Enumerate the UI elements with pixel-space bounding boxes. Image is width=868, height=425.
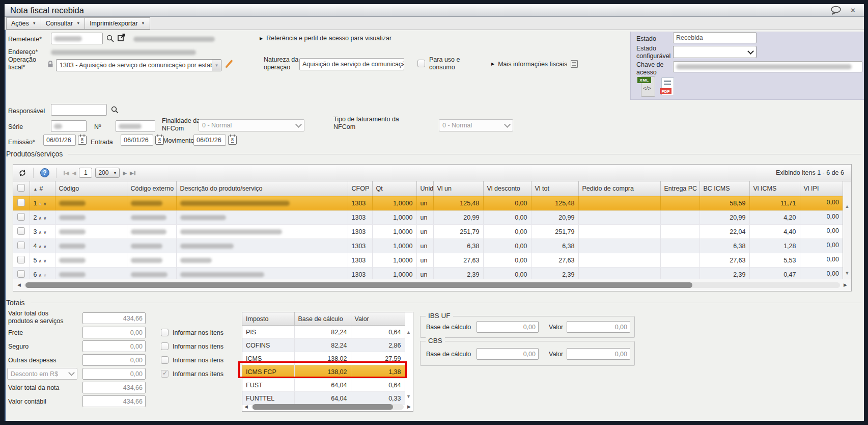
col-codigo[interactable]: Código [55,181,127,196]
informar-itens-outras-checkbox[interactable] [161,356,169,364]
pencil-icon[interactable] [225,59,234,68]
refresh-icon[interactable] [18,169,26,177]
informar-itens-desconto-checkbox[interactable] [161,370,169,378]
menu-acoes[interactable]: Ações ▼ [6,17,41,30]
col-cfop[interactable]: CFOP [348,181,372,196]
desconto-field[interactable]: 0,00 [82,368,146,380]
emissao-input[interactable]: 06/01/26 [43,135,76,146]
row-up-icon[interactable]: ∧ [38,216,42,221]
row-up-icon[interactable]: ∧ [38,230,42,235]
frete-field[interactable]: 0,00 [82,327,146,338]
col-vl-un[interactable]: Vl un [433,181,483,196]
row-checkbox[interactable] [17,270,25,278]
row-checkbox[interactable] [17,199,25,206]
row-down-icon[interactable]: ∨ [43,230,47,235]
row-down-icon[interactable]: ∨ [43,244,47,249]
table-row[interactable]: 3∧∨ 1303 1,0000 un 251,79 0,00 251,79 22… [13,225,843,239]
informar-itens-frete-checkbox[interactable] [161,329,169,336]
col-qt[interactable]: Qt [372,181,416,196]
scroll-down-icon[interactable]: ▼ [845,271,850,276]
referencia-expander[interactable]: ▶ Referência e perfil de acesso para vis… [260,35,391,42]
estado-configuravel-select[interactable] [673,46,757,58]
operacao-fiscal-select[interactable]: 1303 - Aquisição de serviço de comunicaç… [56,59,221,71]
numero-input[interactable] [116,120,155,132]
pager-last-button[interactable]: ▶ [130,170,136,176]
col-num[interactable]: ▲# [30,181,55,196]
ibs-valor-field[interactable]: 0,00 [567,321,630,333]
mais-informacoes-expander[interactable]: ▶ Mais informações fiscais [491,60,578,68]
informar-itens-seguro-checkbox[interactable] [161,342,169,350]
vl-contabil-field[interactable]: 434,66 [82,395,146,407]
row-up-icon[interactable]: ∧ [38,201,42,206]
menu-consultar[interactable]: Consultar ▼ [41,17,85,30]
col-valor[interactable]: Valor [351,312,405,326]
seguro-field[interactable]: 0,00 [82,340,146,352]
chave-acesso-field[interactable] [673,61,862,72]
vl-nota-field[interactable]: 434,66 [82,382,146,393]
scroll-right-icon[interactable]: ▶ [407,404,411,409]
col-bc-icms[interactable]: BC ICMS [699,181,749,196]
row-down-icon[interactable]: ∨ [43,201,47,206]
scroll-left-icon[interactable]: ◀ [244,404,248,409]
close-icon[interactable]: ✕ [850,7,856,14]
search-icon[interactable] [106,35,114,42]
imposto-row-cofins[interactable]: COFINS82,242,86 [242,339,405,352]
outras-despesas-field[interactable]: 0,00 [82,354,146,366]
para-uso-consumo-checkbox[interactable] [417,60,425,67]
scrollbar-thumb[interactable] [25,282,692,288]
scroll-left-icon[interactable]: ◀ [17,282,21,287]
vl-produtos-field[interactable]: 434,66 [82,312,146,324]
row-checkbox[interactable] [17,213,25,221]
row-checkbox[interactable] [17,256,25,263]
col-descricao[interactable]: Descrição do produto/serviço [176,181,348,196]
row-up-icon[interactable]: ∧ [38,244,42,249]
cbs-valor-field[interactable]: 0,00 [567,348,630,360]
col-vl-tot[interactable]: Vl tot [531,181,578,196]
col-vl-ipi[interactable]: Vl IPI [800,181,843,196]
calendar-icon[interactable]: 8 [228,136,237,145]
imposto-row-pis[interactable]: PIS82,240,64 [242,326,405,339]
row-checkbox[interactable] [17,242,25,249]
row-down-icon[interactable]: ∨ [43,216,47,221]
col-vl-desconto[interactable]: Vl desconto [483,181,531,196]
select-all-checkbox[interactable] [17,184,25,192]
natureza-input[interactable]: Aquisição de serviço de comunicaçã [299,58,404,70]
dropdown-button-icon[interactable]: ▼ [212,60,221,71]
menu-imprimir-exportar[interactable]: Imprimir/exportar ▼ [85,17,150,30]
row-down-icon[interactable]: ∨ [43,258,47,263]
scroll-up-icon[interactable]: ▲ [406,330,411,335]
horizontal-scrollbar[interactable]: ◀ ▶ [242,402,413,411]
xml-file-icon[interactable]: XML </> [637,76,656,97]
calendar-icon[interactable]: 8 [78,136,87,145]
movimento-input[interactable]: 06/01/26 [193,135,226,146]
col-imposto[interactable]: Imposto [242,312,294,326]
pager-prev-button[interactable]: ◀ [72,170,76,176]
row-up-icon[interactable]: ∧ [38,273,42,278]
responsavel-input[interactable] [51,104,107,116]
help-icon[interactable]: ? [40,168,49,177]
col-vl-icms[interactable]: Vl ICMS [749,181,800,196]
cbs-base-field[interactable]: 0,00 [477,348,539,360]
external-link-icon[interactable] [118,34,126,41]
vertical-scrollbar[interactable]: ▲ ▼ [843,181,851,279]
col-base-calculo[interactable]: Base de cálculo [294,312,351,326]
col-codigo-externo[interactable]: Código externo [127,181,176,196]
chat-icon[interactable] [830,6,842,15]
scroll-up-icon[interactable]: ▲ [845,204,850,209]
scroll-right-icon[interactable]: ▶ [844,282,847,287]
imposto-row-fust[interactable]: FUST64,040,64 [242,379,405,392]
table-row[interactable]: 4∧∨ 1303 1,0000 un 6,38 0,00 6,38 6,38 1… [13,239,843,253]
estado-field[interactable]: Recebida [673,32,757,43]
scrollbar-thumb[interactable] [253,404,393,410]
row-down-icon[interactable]: ∨ [43,273,47,278]
horizontal-scrollbar[interactable]: ◀ ▶ [13,279,851,291]
col-entrega-pc[interactable]: Entrega PC [660,181,699,196]
ibs-base-field[interactable]: 0,00 [477,321,539,333]
col-unid[interactable]: Unid [416,181,433,196]
search-icon[interactable] [111,106,119,114]
col-pedido-compra[interactable]: Pedido de compra [578,181,660,196]
page-size-select[interactable]: 200 ▼ [95,168,120,178]
entrada-input[interactable]: 06/01/26 [121,135,153,146]
page-number-input[interactable] [79,168,92,178]
row-up-icon[interactable]: ∧ [38,258,42,263]
